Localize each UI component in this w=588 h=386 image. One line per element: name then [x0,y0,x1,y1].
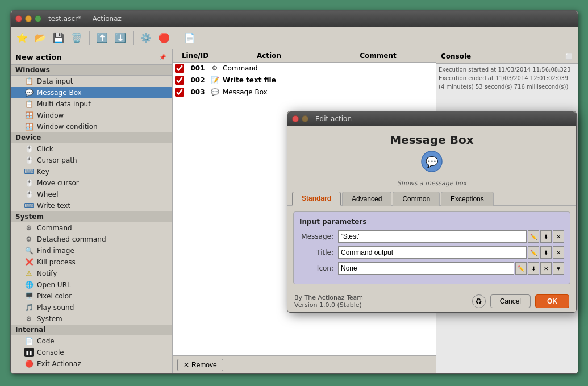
table-row[interactable]: 003 💬 Message Box [173,86,436,98]
sidebar-item-window[interactable]: 🪟 Window [11,110,172,121]
sidebar-item-move-cursor[interactable]: 🖱️ Move cursor [11,177,172,189]
col-header-comment: Comment [320,49,436,62]
remove-button[interactable]: ✕ Remove [177,359,223,371]
toolbar: ⭐ 📂 💾 🗑️ ⬆️ ⬇️ ⚙️ 🛑 📄 [11,27,578,49]
sidebar-item-label: Play sound [37,304,74,312]
title-down-btn[interactable]: ⬇ [540,246,552,259]
dialog-content: Input parameters Message: ✏️ ⬇ ✕ Title: … [287,206,576,290]
sidebar-item-open-url[interactable]: 🌐 Open URL [11,279,172,290]
message-box-icon: 💬 [24,88,34,97]
sidebar-item-label: Command [37,224,72,232]
sidebar-item-code[interactable]: 📄 Code [11,335,172,347]
row-lineid: 001 [186,64,209,72]
new-button[interactable]: ⭐ [14,30,30,46]
sidebar-item-label: Wheel [37,190,59,198]
save-button[interactable]: 💾 [51,30,66,46]
sidebar-item-click[interactable]: 🖱️ Click [11,143,172,155]
move-cursor-icon: 🖱️ [24,179,34,188]
sidebar-item-notify[interactable]: ⚠️ Notify [11,268,172,279]
sidebar-item-window-condition[interactable]: 🪟 Window condition [11,121,172,132]
close-button[interactable] [15,15,22,22]
sidebar-item-system[interactable]: ⚙️ System [11,313,172,325]
sidebar-item-write-text[interactable]: ⌨️ Write text [11,200,172,211]
message-clear-btn[interactable]: ✕ [553,230,564,243]
sidebar-item-key[interactable]: ⌨️ Key [11,166,172,177]
sidebar-item-label: Message Box [37,89,82,97]
sidebar-item-find-image[interactable]: 🔍 Find image [11,245,172,256]
sidebar-item-message-box[interactable]: 💬 Message Box [11,87,172,98]
detached-command-icon: ⚙️ [24,235,34,244]
row-checkbox-002[interactable] [175,76,184,85]
cancel-button[interactable]: Cancel [490,294,531,308]
maximize-button[interactable] [35,15,41,22]
input-params-group: Input parameters Message: ✏️ ⬇ ✕ Title: … [293,211,570,284]
sidebar-item-kill-process[interactable]: ❌ Kill process [11,256,172,268]
run-stop-button[interactable]: 🛑 [156,30,172,46]
delete-button[interactable]: 🗑️ [69,30,85,46]
sidebar-item-cursor-path[interactable]: 🖱️ Cursor path [11,155,172,166]
script-button[interactable]: 📄 [182,30,198,46]
sidebar-item-wheel[interactable]: 🖱️ Wheel [11,189,172,200]
param-row-icon: Icon: ✏️ ⬇ ✕ ▼ [299,262,564,275]
row-checkbox-003[interactable] [175,88,184,97]
console-line: Execution ended at 11/03/2014 12:01:02:0… [439,74,576,82]
message-edit-btn[interactable]: ✏️ [528,230,539,243]
icon-dropdown-btn[interactable]: ▼ [553,262,564,275]
tab-standard[interactable]: Standard [292,192,341,206]
icon-edit-btn[interactable]: ✏️ [515,262,527,275]
sidebar-item-data-input[interactable]: 📋 Data input [11,76,172,87]
sidebar-item-label: Kill process [37,258,76,266]
console-line: (4 minute(s) 53 second(s) 716 millisecon… [439,83,576,90]
help-button[interactable]: ♻ [472,294,486,308]
row-checkbox-001[interactable] [175,64,184,73]
toolbar-separator-3 [177,31,177,45]
title-input[interactable] [338,246,527,259]
message-input[interactable] [338,230,527,243]
section-header-system: System [11,211,172,222]
console-expand-button[interactable]: ⬜ [564,52,573,61]
icon-input[interactable] [338,262,514,275]
tab-exceptions[interactable]: Exceptions [441,192,494,206]
message-down-btn[interactable]: ⬇ [540,230,552,243]
icon-clear-btn[interactable]: ✕ [540,262,552,275]
actions-table-header: Line/ID Action Comment [173,49,436,63]
sidebar-collapse-button[interactable]: 📌 [157,52,168,62]
table-row[interactable]: 002 📝 Write text file [173,74,436,86]
open-button[interactable]: 📂 [32,30,48,46]
ok-button[interactable]: OK [535,294,569,308]
table-row[interactable]: 001 ⚙️ Command [173,63,436,74]
sidebar-item-pixel-color[interactable]: 🖥️ Pixel color [11,290,172,302]
sidebar-item-label: Data input [37,77,73,85]
sidebar-item-multi-data-input[interactable]: 📋 Multi data input [11,98,172,110]
move-up-button[interactable]: ⬆️ [94,30,110,46]
dialog-min-button[interactable] [302,115,308,122]
window-icon: 🪟 [24,111,34,120]
tab-common[interactable]: Common [393,192,440,206]
play-sound-icon: 🎵 [24,303,34,312]
sidebar-item-detached-command[interactable]: ⚙️ Detached command [11,234,172,245]
sidebar-item-label: Notify [37,269,57,277]
remove-icon: ✕ [184,361,189,369]
sidebar-item-play-sound[interactable]: 🎵 Play sound [11,302,172,313]
dialog-title-bar: Edit action [287,111,576,126]
sidebar-item-exit-actionaz[interactable]: 🔴 Exit Actionaz [11,358,172,370]
title-edit-btn[interactable]: ✏️ [528,246,539,259]
message-input-wrap: ✏️ ⬇ ✕ [338,230,564,243]
icon-down-btn[interactable]: ⬇ [528,262,539,275]
dialog-action-icon: 💬 [292,150,572,177]
wheel-icon: 🖱️ [24,190,34,199]
settings-button[interactable]: ⚙️ [138,30,154,46]
dialog-footer: By The Actionaz Team Version 1.0.0 (Stab… [287,290,576,312]
tab-advanced[interactable]: Advanced [342,192,391,206]
system-icon: ⚙️ [24,314,34,323]
sidebar-item-label: Code [37,337,55,345]
dialog-close-button[interactable] [292,115,299,122]
sidebar-item-command[interactable]: ⚙️ Command [11,222,172,234]
sidebar-item-console[interactable]: ▮▮ Console [11,347,172,358]
row-icon-message-box: 💬 [209,88,220,96]
move-down-button[interactable]: ⬇️ [112,30,128,46]
title-clear-btn[interactable]: ✕ [553,246,564,259]
new-action-label: New action [15,53,62,61]
minimize-button[interactable] [25,15,32,22]
param-row-message: Message: ✏️ ⬇ ✕ [299,230,564,243]
